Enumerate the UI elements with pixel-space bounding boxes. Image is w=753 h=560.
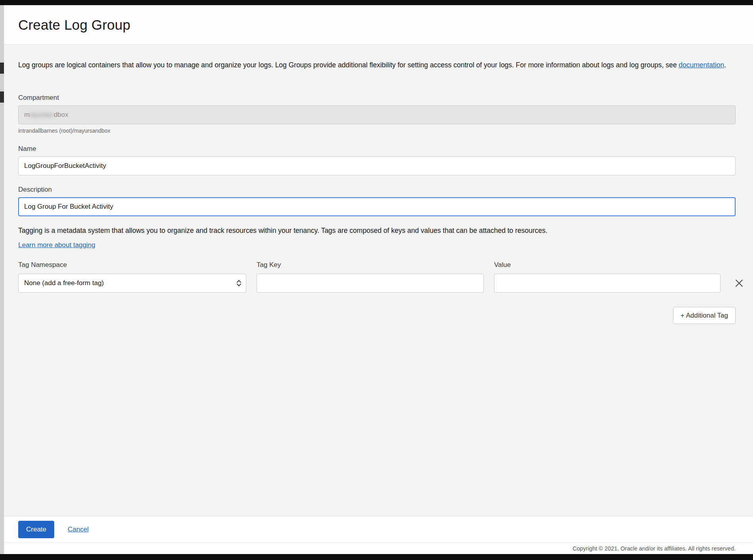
- description-input[interactable]: [18, 197, 736, 216]
- intro-text-after: .: [724, 61, 726, 69]
- name-label: Name: [18, 145, 736, 153]
- background-strip-block: [0, 63, 4, 74]
- create-button[interactable]: Create: [18, 521, 54, 538]
- tag-value-input[interactable]: [494, 274, 721, 293]
- create-log-group-panel: Create Log Group Log groups are logical …: [4, 5, 753, 554]
- description-label: Description: [18, 186, 736, 194]
- tag-labels-row: Tag Namespace Tag Key Value: [18, 261, 736, 269]
- intro-text-before: Log groups are logical containers that a…: [18, 61, 679, 69]
- copyright-strip: Copyright © 2021, Oracle and/or its affi…: [4, 542, 753, 554]
- learn-more-tagging-link[interactable]: Learn more about tagging: [18, 241, 95, 249]
- additional-tag-button[interactable]: + Additional Tag: [673, 307, 736, 324]
- background-page-strip: [0, 5, 4, 554]
- compartment-value-redacted: ayursan: [30, 111, 53, 119]
- compartment-path-helper: intrandallbarnes (root)/mayursandbox: [18, 128, 736, 134]
- compartment-field-group: Compartment mayursandbox intrandallbarne…: [18, 94, 736, 134]
- x-icon: [735, 279, 743, 288]
- copyright-text: Copyright © 2021, Oracle and/or its affi…: [572, 545, 736, 552]
- documentation-link[interactable]: documentation: [679, 61, 724, 69]
- cancel-link[interactable]: Cancel: [68, 526, 89, 533]
- tag-namespace-label: Tag Namespace: [18, 261, 246, 269]
- tag-namespace-selected-value: None (add a free-form tag): [24, 279, 104, 287]
- panel-header: Create Log Group: [4, 5, 753, 45]
- tag-inputs-row: None (add a free-form tag): [18, 274, 736, 293]
- tag-key-input[interactable]: [257, 274, 484, 293]
- top-window-bar: [0, 0, 753, 5]
- panel-footer: Create Cancel: [4, 516, 753, 542]
- compartment-value-suffix: dbox: [54, 111, 68, 119]
- description-field-group: Description: [18, 186, 736, 216]
- panel-body: Log groups are logical containers that a…: [4, 45, 753, 516]
- tag-key-label: Tag Key: [257, 261, 484, 269]
- compartment-label: Compartment: [18, 94, 736, 102]
- compartment-value-prefix: m: [24, 111, 30, 119]
- background-strip-block: [0, 91, 4, 103]
- tagging-intro-paragraph: Tagging is a metadata system that allows…: [18, 227, 736, 235]
- compartment-input: mayursandbox: [18, 105, 736, 124]
- tag-value-label: Value: [494, 261, 721, 269]
- additional-tag-row: + Additional Tag: [18, 307, 736, 324]
- name-field-group: Name: [18, 145, 736, 175]
- remove-tag-button[interactable]: [731, 275, 747, 291]
- tag-namespace-select[interactable]: None (add a free-form tag): [18, 274, 246, 293]
- chevron-up-down-icon: [236, 279, 242, 288]
- name-input[interactable]: [18, 156, 736, 175]
- intro-paragraph: Log groups are logical containers that a…: [18, 60, 736, 70]
- page-title: Create Log Group: [18, 17, 130, 33]
- bottom-window-bar: [0, 554, 753, 560]
